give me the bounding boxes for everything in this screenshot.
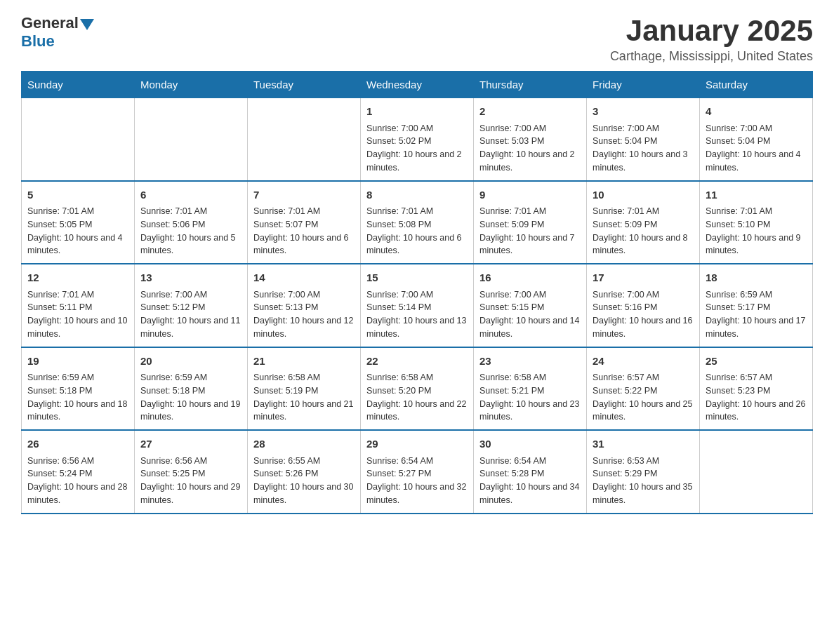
calendar-header-sunday: Sunday	[22, 72, 135, 98]
day-number: 5	[27, 187, 128, 203]
day-number: 8	[366, 187, 468, 203]
day-info-line: Sunrise: 7:00 AM	[593, 288, 694, 302]
day-info-line: Daylight: 10 hours and 14 minutes.	[479, 314, 581, 341]
day-number: 15	[366, 270, 468, 286]
day-info-line: Sunrise: 7:00 AM	[140, 288, 241, 302]
day-info-line: Sunset: 5:29 PM	[593, 467, 694, 481]
day-number: 7	[253, 187, 355, 203]
calendar-cell-week2-day2: 6Sunrise: 7:01 AMSunset: 5:06 PMDaylight…	[135, 181, 248, 264]
day-info-line: Daylight: 10 hours and 29 minutes.	[140, 481, 241, 507]
day-info-line: Sunrise: 6:54 AM	[366, 455, 468, 468]
logo-triangle-icon	[80, 19, 94, 30]
calendar-week-row-5: 26Sunrise: 6:56 AMSunset: 5:24 PMDayligh…	[22, 430, 813, 514]
day-number: 22	[366, 354, 468, 370]
calendar-cell-week5-day1: 26Sunrise: 6:56 AMSunset: 5:24 PMDayligh…	[22, 430, 135, 514]
calendar-header-row: SundayMondayTuesdayWednesdayThursdayFrid…	[22, 72, 813, 98]
calendar-table: SundayMondayTuesdayWednesdayThursdayFrid…	[21, 71, 813, 514]
day-info-line: Daylight: 10 hours and 2 minutes.	[366, 148, 468, 175]
calendar-cell-week3-day1: 12Sunrise: 7:01 AMSunset: 5:11 PMDayligh…	[22, 264, 135, 347]
day-number: 17	[593, 270, 694, 286]
calendar-header-tuesday: Tuesday	[248, 72, 361, 98]
day-number: 18	[706, 270, 807, 286]
calendar-cell-week3-day2: 13Sunrise: 7:00 AMSunset: 5:12 PMDayligh…	[135, 264, 248, 347]
calendar-cell-week4-day3: 21Sunrise: 6:58 AMSunset: 5:19 PMDayligh…	[248, 347, 361, 431]
calendar-cell-week2-day1: 5Sunrise: 7:01 AMSunset: 5:05 PMDaylight…	[22, 181, 135, 264]
page-header: General Blue January 2025 Carthage, Miss…	[21, 14, 813, 64]
day-info-line: Sunset: 5:07 PM	[253, 218, 355, 232]
day-number: 14	[253, 270, 355, 286]
day-info-line: Sunrise: 7:00 AM	[366, 288, 468, 302]
day-number: 13	[140, 270, 241, 286]
calendar-cell-week1-day5: 2Sunrise: 7:00 AMSunset: 5:03 PMDaylight…	[474, 98, 587, 181]
month-title: January 2025	[610, 14, 813, 48]
day-info-line: Daylight: 10 hours and 25 minutes.	[593, 398, 694, 424]
day-number: 19	[27, 354, 128, 370]
day-info-line: Daylight: 10 hours and 8 minutes.	[593, 232, 694, 258]
day-info-line: Daylight: 10 hours and 32 minutes.	[366, 481, 468, 507]
calendar-cell-week1-day2	[135, 98, 248, 181]
calendar-header-friday: Friday	[587, 72, 700, 98]
day-info-line: Sunset: 5:06 PM	[140, 218, 241, 232]
day-info-line: Sunset: 5:23 PM	[706, 384, 807, 398]
day-info-line: Sunrise: 7:00 AM	[366, 122, 468, 135]
day-info-line: Sunrise: 6:59 AM	[706, 288, 807, 302]
day-info-line: Sunrise: 6:56 AM	[140, 455, 241, 468]
day-info-line: Sunset: 5:09 PM	[479, 218, 581, 232]
calendar-cell-week5-day6: 31Sunrise: 6:53 AMSunset: 5:29 PMDayligh…	[587, 430, 700, 514]
day-info-line: Daylight: 10 hours and 13 minutes.	[366, 314, 468, 341]
day-number: 12	[27, 270, 128, 286]
calendar-cell-week5-day4: 29Sunrise: 6:54 AMSunset: 5:27 PMDayligh…	[361, 430, 474, 514]
day-number: 9	[479, 187, 581, 203]
calendar-cell-week4-day2: 20Sunrise: 6:59 AMSunset: 5:18 PMDayligh…	[135, 347, 248, 431]
day-info-line: Daylight: 10 hours and 28 minutes.	[27, 481, 128, 507]
day-info-line: Daylight: 10 hours and 10 minutes.	[27, 314, 128, 341]
day-info-line: Sunrise: 7:01 AM	[27, 205, 128, 218]
calendar-cell-week4-day5: 23Sunrise: 6:58 AMSunset: 5:21 PMDayligh…	[474, 347, 587, 431]
day-number: 11	[706, 187, 807, 203]
calendar-cell-week1-day1	[22, 98, 135, 181]
day-number: 26	[27, 436, 128, 452]
day-info-line: Sunrise: 7:00 AM	[706, 122, 807, 135]
logo-blue-text: Blue	[21, 32, 55, 51]
day-number: 29	[366, 436, 468, 452]
day-info-line: Sunset: 5:25 PM	[140, 467, 241, 481]
calendar-cell-week2-day7: 11Sunrise: 7:01 AMSunset: 5:10 PMDayligh…	[700, 181, 813, 264]
day-info-line: Daylight: 10 hours and 35 minutes.	[593, 481, 694, 507]
day-info-line: Sunset: 5:04 PM	[593, 135, 694, 148]
title-section: January 2025 Carthage, Mississippi, Unit…	[610, 14, 813, 64]
day-info-line: Sunset: 5:28 PM	[479, 467, 581, 481]
day-number: 3	[593, 104, 694, 120]
calendar-cell-week2-day3: 7Sunrise: 7:01 AMSunset: 5:07 PMDaylight…	[248, 181, 361, 264]
day-info-line: Sunrise: 6:57 AM	[593, 371, 694, 384]
day-info-line: Sunrise: 7:01 AM	[593, 205, 694, 218]
day-info-line: Sunset: 5:15 PM	[479, 301, 581, 314]
location-subtitle: Carthage, Mississippi, United States	[610, 49, 813, 64]
logo-general-text: General	[21, 14, 79, 32]
calendar-cell-week4-day7: 25Sunrise: 6:57 AMSunset: 5:23 PMDayligh…	[700, 347, 813, 431]
day-number: 23	[479, 354, 581, 370]
day-info-line: Sunrise: 7:00 AM	[253, 288, 355, 302]
calendar-cell-week3-day5: 16Sunrise: 7:00 AMSunset: 5:15 PMDayligh…	[474, 264, 587, 347]
day-info-line: Sunrise: 6:55 AM	[253, 455, 355, 468]
day-number: 1	[366, 104, 468, 120]
day-info-line: Sunset: 5:05 PM	[27, 218, 128, 232]
day-number: 4	[706, 104, 807, 120]
day-info-line: Sunset: 5:10 PM	[706, 218, 807, 232]
calendar-cell-week2-day5: 9Sunrise: 7:01 AMSunset: 5:09 PMDaylight…	[474, 181, 587, 264]
day-info-line: Daylight: 10 hours and 30 minutes.	[253, 481, 355, 507]
calendar-cell-week3-day7: 18Sunrise: 6:59 AMSunset: 5:17 PMDayligh…	[700, 264, 813, 347]
day-number: 25	[706, 354, 807, 370]
day-info-line: Sunset: 5:11 PM	[27, 301, 128, 314]
day-info-line: Daylight: 10 hours and 11 minutes.	[140, 314, 241, 341]
calendar-cell-week5-day5: 30Sunrise: 6:54 AMSunset: 5:28 PMDayligh…	[474, 430, 587, 514]
day-info-line: Daylight: 10 hours and 7 minutes.	[479, 232, 581, 258]
day-number: 27	[140, 436, 241, 452]
day-info-line: Daylight: 10 hours and 9 minutes.	[706, 232, 807, 258]
calendar-cell-week1-day7: 4Sunrise: 7:00 AMSunset: 5:04 PMDaylight…	[700, 98, 813, 181]
day-info-line: Daylight: 10 hours and 6 minutes.	[366, 232, 468, 258]
day-info-line: Daylight: 10 hours and 12 minutes.	[253, 314, 355, 341]
day-number: 24	[593, 354, 694, 370]
day-info-line: Sunset: 5:14 PM	[366, 301, 468, 314]
calendar-cell-week5-day3: 28Sunrise: 6:55 AMSunset: 5:26 PMDayligh…	[248, 430, 361, 514]
calendar-header-wednesday: Wednesday	[361, 72, 474, 98]
